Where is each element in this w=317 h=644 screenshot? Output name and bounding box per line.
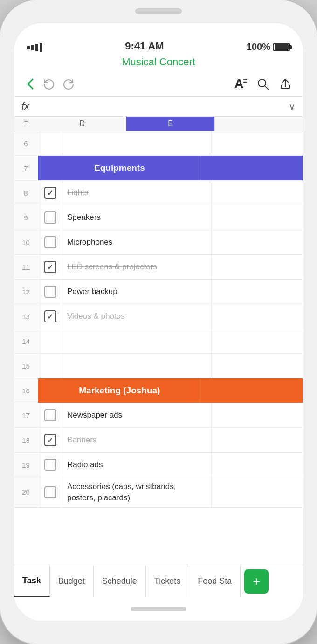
cell-6-e[interactable] [62,131,210,155]
tabs-bar: Task Budget Schedule Tickets Food Sta + [14,565,303,597]
toolbar-right: A≡ [234,77,292,91]
checkbox-13[interactable]: ✓ [44,310,56,322]
cell-13-check[interactable]: ✓ [38,304,62,329]
checkbox-20[interactable] [44,486,56,498]
share-button[interactable] [279,77,292,91]
cell-12-e[interactable]: Power backup [62,280,210,304]
home-indicator [14,597,303,621]
cell-20-e[interactable]: Accessories (caps, wristbands, posters, … [62,477,210,507]
cell-13-e[interactable]: Videos & photos [62,304,210,329]
cell-8-check[interactable]: ✓ [38,181,62,205]
grid-body[interactable]: 6 7 Equipments 8 ✓ [14,131,303,565]
cell-17-check[interactable] [38,403,62,427]
cell-18-extra [210,428,303,452]
table-row: 12 Power backup [14,280,303,304]
checkbox-17[interactable] [44,409,56,421]
table-row: 18 ✓ Banners [14,428,303,453]
cell-15-e[interactable] [62,354,210,378]
row-num-13: 13 [14,304,38,329]
table-row: 10 Microphones [14,230,303,255]
row-num-7: 7 [14,156,38,180]
table-row: 20 Accessories (caps, wristbands, poster… [14,477,303,508]
cell-9-e[interactable]: Speakers [62,205,210,230]
notch [135,8,182,14]
cell-18-check[interactable]: ✓ [38,428,62,452]
status-bar: 9:41 AM 100% [14,23,303,56]
cell-20-check[interactable] [38,477,62,507]
cell-text-11: LED screens & projectors [67,262,157,272]
table-row: 17 Newspaper ads [14,403,303,428]
cell-14-e[interactable] [62,329,210,353]
cell-17-extra [210,403,303,427]
formula-chevron-icon[interactable]: ∨ [289,101,296,112]
home-pill [131,607,186,611]
table-row: 19 Radio ads [14,453,303,477]
row-num-20: 20 [14,477,38,507]
checkbox-10[interactable] [44,236,56,248]
search-button[interactable] [256,77,269,91]
tab-food-sta[interactable]: Food Sta [189,565,241,597]
cell-text-17: Newspaper ads [67,411,122,420]
grid-corner-icon [24,121,28,126]
cell-9-check[interactable] [38,205,62,230]
battery-percent: 100% [247,42,270,52]
app-title: Musical Concert [14,56,303,72]
cell-18-e[interactable]: Banners [62,428,210,452]
undo-button[interactable] [43,78,55,90]
row-num-6: 6 [14,131,38,155]
row-num-header [14,117,38,131]
cell-11-check[interactable]: ✓ [38,255,62,279]
cell-10-check[interactable] [38,230,62,254]
row-num-11: 11 [14,255,38,279]
cell-12-extra [210,280,303,304]
table-row: 6 [14,131,303,156]
table-row: 11 ✓ LED screens & projectors [14,255,303,280]
tab-tickets[interactable]: Tickets [146,565,189,597]
checkmark-18: ✓ [47,436,53,445]
formula-bar: fx ∨ [14,97,303,117]
toolbar: A≡ [14,72,303,97]
cell-8-e[interactable]: Lights [62,181,210,205]
cell-9-extra [210,205,303,230]
checkbox-8[interactable]: ✓ [44,187,56,199]
tab-schedule[interactable]: Schedule [94,565,146,597]
checkbox-12[interactable] [44,286,56,298]
cell-12-check[interactable] [38,280,62,304]
checkbox-11[interactable]: ✓ [44,261,56,273]
cell-11-e[interactable]: LED screens & projectors [62,255,210,279]
svg-line-1 [265,86,269,90]
redo-button[interactable] [62,78,75,90]
signal-indicator [27,43,42,52]
row-num-15: 15 [14,354,38,378]
col-header-e[interactable]: E [126,117,214,131]
cell-11-extra [210,255,303,279]
cell-15-check [38,354,62,378]
add-tab-button[interactable]: + [244,569,269,594]
font-size-button[interactable]: A≡ [234,77,247,91]
equipments-header[interactable]: Equipments [38,156,201,180]
cell-19-check[interactable] [38,453,62,477]
cell-text-12: Power backup [67,287,117,296]
cell-10-e[interactable]: Microphones [62,230,210,254]
tab-task[interactable]: Task [14,565,50,597]
marketing-header[interactable]: Marketing (Joshua) [38,378,201,403]
table-row: 14 [14,329,303,354]
checkbox-19[interactable] [44,459,56,471]
checkbox-9[interactable] [44,211,56,224]
col-header-extra [215,117,303,131]
cell-17-e[interactable]: Newspaper ads [62,403,210,427]
cell-text-9: Speakers [67,213,101,222]
table-row: 9 Speakers [14,205,303,230]
cell-7-extra [201,156,303,180]
checkbox-18[interactable]: ✓ [44,434,56,446]
cell-16-extra [201,378,303,403]
checkmark-13: ✓ [47,312,53,321]
cell-19-e[interactable]: Radio ads [62,453,210,477]
cell-10-extra [210,230,303,254]
back-button[interactable] [25,77,35,91]
table-row: 8 ✓ Lights [14,181,303,205]
col-header-d[interactable]: D [38,117,126,131]
row-num-18: 18 [14,428,38,452]
tab-budget[interactable]: Budget [50,565,94,597]
cell-6-check [38,131,62,155]
